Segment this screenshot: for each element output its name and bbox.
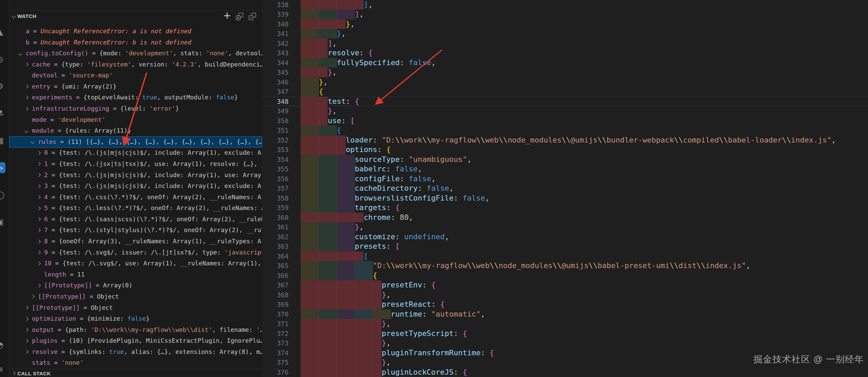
watch-row[interactable]: rules = (11) [{…}, {…}, {…}, {…}, {…}, {… [9, 136, 262, 148]
line-number[interactable]: 352 [263, 135, 289, 145]
code-line[interactable]: 355 babelrc: false, [263, 164, 868, 174]
activity-bar-icon-5[interactable]: ▦ [0, 135, 5, 146]
watch-row[interactable]: infrastructureLogging = {level: 'error'} [9, 103, 262, 114]
remove-all-expressions-icon[interactable]: × [236, 13, 243, 20]
code-line[interactable]: 361 }, [263, 222, 868, 232]
twistie-closed-icon[interactable] [37, 258, 44, 269]
watch-row[interactable]: [[Prototype]] = Object [9, 302, 262, 314]
code-line[interactable]: 345 }, [263, 68, 868, 77]
watch-row[interactable]: 3 = {test: /\.(js|mjs|cjs)$/, include: A… [9, 181, 262, 192]
twistie-closed-icon[interactable] [37, 170, 44, 181]
line-number[interactable]: 363 [263, 242, 289, 251]
code-line[interactable]: 369 presetReact: { [263, 300, 868, 309]
watch-row[interactable]: 6 = {test: /\.(sass|scss)(\?.*)?$/, oneO… [9, 214, 262, 225]
line-number[interactable]: 342 [263, 39, 289, 48]
add-expression-icon[interactable]: + [222, 11, 232, 21]
line-number[interactable]: 368 [263, 290, 289, 300]
code-line[interactable]: 347 { [263, 87, 868, 96]
code-line[interactable]: 352 loader: "D:\\work\\my-ragflow\\web\\… [263, 135, 868, 145]
watch-row[interactable]: [[Prototype]] = Object [9, 291, 262, 302]
line-number[interactable]: 348 [263, 97, 289, 106]
code-line[interactable]: 367 presetEnv: { [263, 280, 868, 290]
watch-row[interactable]: module = {rules: Array(11)} [9, 125, 262, 136]
watch-row[interactable]: optimization = {minimize: false} [9, 313, 262, 324]
watch-row[interactable]: 10 = {test: /\.svg$/, use: Array(1), __r… [9, 258, 262, 269]
watch-row[interactable]: mode = 'development' [9, 114, 262, 126]
twistie-closed-icon[interactable] [25, 335, 32, 346]
line-number[interactable]: 343 [263, 48, 289, 58]
line-number[interactable]: 346 [263, 77, 289, 87]
twistie-closed-icon[interactable] [25, 346, 32, 358]
activity-bar-icon-1[interactable]: ◮ [0, 26, 5, 37]
watch-row[interactable]: 5 = {test: /\.less(\?.*)?$/, oneOf: Arra… [9, 203, 262, 214]
twistie-closed-icon[interactable] [37, 192, 44, 203]
twistie-closed-icon[interactable] [37, 280, 44, 291]
code-line[interactable]: 341 }, [263, 29, 868, 38]
watch-row[interactable]: output = {path: 'D:\\work\\my-ragflow\\w… [9, 324, 262, 336]
line-number[interactable]: 350 [263, 116, 289, 126]
activity-bar-icon-4[interactable]: ⚗ [0, 108, 5, 119]
line-number[interactable]: 347 [263, 87, 289, 96]
watch-row[interactable]: cache = {type: 'filesystem', version: '4… [9, 59, 262, 70]
code-editor[interactable]: 338 ],339 ],340 },341 },342 ],343 resolv… [263, 0, 868, 377]
line-number[interactable]: 351 [263, 126, 289, 135]
line-number[interactable]: 341 [263, 29, 289, 38]
twistie-closed-icon[interactable] [31, 291, 38, 302]
code-line[interactable]: 353 options: { [263, 145, 868, 154]
watch-row[interactable]: 2 = {test: /\.(js|mjs|cjs)$/, include: A… [9, 170, 262, 181]
activity-bar-icon-10[interactable]: ≡ [0, 364, 5, 375]
code-line[interactable]: 362 customize: undefined, [263, 232, 868, 242]
twistie-closed-icon[interactable] [37, 158, 44, 170]
collapse-all-icon[interactable]: − [249, 13, 256, 20]
code-line[interactable]: 346 }, [263, 77, 868, 87]
code-line[interactable]: 368 }, [263, 290, 868, 300]
watch-row[interactable]: experiments = {topLevelAwait: true, outp… [9, 92, 262, 103]
chevron-down-icon[interactable] [12, 14, 16, 18]
line-number[interactable]: 373 [263, 338, 289, 348]
watch-row[interactable]: a = Uncaught ReferenceError: a is not de… [9, 26, 262, 37]
code-line[interactable]: 371 }, [263, 319, 868, 328]
activity-bar-icon-9[interactable]: ◔ [0, 339, 5, 350]
line-number[interactable]: 376 [263, 367, 289, 377]
twistie-closed-icon[interactable] [25, 59, 32, 70]
code-line[interactable]: 359 targets: { [263, 203, 868, 212]
twistie-closed-icon[interactable] [37, 203, 44, 214]
watch-row[interactable]: 0 = {test: /\.(js|mjs|cjs)$/, include: A… [9, 147, 262, 158]
twistie-open-icon[interactable] [25, 125, 32, 136]
watch-row[interactable]: [[Prototype]] = Array(0) [9, 280, 262, 291]
line-number[interactable]: 365 [263, 261, 289, 270]
line-number[interactable]: 361 [263, 222, 289, 232]
twistie-open-icon[interactable] [19, 48, 26, 59]
activity-bar-icon-2[interactable]: ◎ [0, 54, 5, 64]
line-number[interactable]: 357 [263, 184, 289, 193]
line-number[interactable]: 349 [263, 106, 289, 116]
code-line[interactable]: 349 }, [263, 106, 868, 116]
twistie-closed-icon[interactable] [37, 236, 44, 247]
watch-row[interactable]: length = 11 [9, 269, 262, 280]
code-line[interactable]: 340 }, [263, 19, 868, 29]
code-line[interactable]: 376 pluginLockCoreJS: { [263, 367, 868, 377]
code-line[interactable]: 360 chrome: 80, [263, 213, 868, 222]
code-line[interactable]: 354 sourceType: "unambiguous", [263, 155, 868, 164]
line-number[interactable]: 367 [263, 280, 289, 290]
twistie-closed-icon[interactable] [25, 324, 32, 336]
watch-row[interactable]: 4 = {test: /\.css(\?.*)?$/, oneOf: Array… [9, 192, 262, 203]
line-number[interactable]: 353 [263, 145, 289, 154]
line-number[interactable]: 364 [263, 251, 289, 261]
line-number[interactable]: 375 [263, 358, 289, 367]
watch-row[interactable]: 1 = {test: /\.(jsx|ts|tsx)$/, use: Array… [9, 158, 262, 170]
activity-bar[interactable]: ◮◎⚙⚗▦▷◯▣◔≡ [0, 0, 9, 377]
twistie-closed-icon[interactable] [25, 302, 32, 314]
twistie-closed-icon[interactable] [25, 92, 32, 103]
watch-row[interactable]: resolve = {symlinks: true, alias: {…}, e… [9, 346, 262, 358]
code-line[interactable]: 344 fullySpecified: false, [263, 58, 868, 68]
code-line[interactable]: 370 runtime: "automatic", [263, 309, 868, 319]
code-line[interactable]: 348 test: { [263, 97, 868, 106]
watch-row[interactable]: stats = 'none' [9, 357, 262, 369]
line-number[interactable]: 339 [263, 10, 289, 19]
line-number[interactable]: 340 [263, 19, 289, 29]
line-number[interactable]: 338 [263, 0, 289, 10]
activity-bar-icon-3[interactable]: ⚙ [0, 81, 5, 92]
line-number[interactable]: 369 [263, 300, 289, 309]
code-line[interactable]: 363 presets: [ [263, 242, 868, 251]
